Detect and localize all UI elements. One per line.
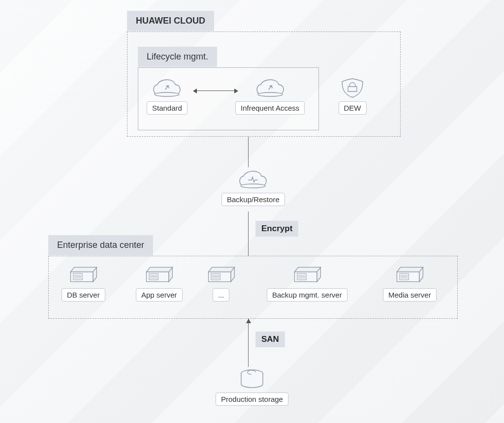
standard-label: Standard <box>147 101 188 115</box>
production-storage-label: Production storage <box>216 393 288 406</box>
app-server-label: App server <box>136 288 183 302</box>
connector-enterprise-to-storage <box>248 319 249 367</box>
enterprise-section-title: Enterprise data center <box>48 235 153 255</box>
backup-restore-label: Backup/Restore <box>221 193 285 206</box>
generic-server-node: ... <box>206 263 236 302</box>
server-icon <box>144 263 174 286</box>
infrequent-access-label: Infrequent Access <box>235 101 305 115</box>
cloud-section-title: HUAWEI CLOUD <box>127 11 214 31</box>
media-server-label: Media server <box>383 288 437 302</box>
shield-lock-icon <box>337 76 368 99</box>
ellipsis-label: ... <box>213 288 230 302</box>
dew-node: DEW <box>337 76 368 115</box>
database-cylinder-icon <box>237 367 267 391</box>
backup-mgmt-server-label: Backup mgmt. server <box>267 288 347 302</box>
app-server-node: App server <box>136 263 183 302</box>
lifecycle-section-title: Lifecycle mgmt. <box>138 47 217 67</box>
encrypt-edge-label: Encrypt <box>255 221 298 237</box>
cloud-storage-icon <box>255 76 285 99</box>
san-arrow-up-icon <box>246 319 251 323</box>
server-icon <box>292 263 322 286</box>
backup-mgmt-server-node: Backup mgmt. server <box>267 263 347 302</box>
cloud-storage-icon <box>152 76 182 99</box>
db-server-label: DB server <box>62 288 105 302</box>
infrequent-access-node: Infrequent Access <box>235 76 305 115</box>
cloud-activity-icon <box>238 167 268 191</box>
standard-node: Standard <box>147 76 188 115</box>
production-storage-node: Production storage <box>216 367 288 406</box>
media-server-node: Media server <box>383 263 437 302</box>
lifecycle-bidirectional-arrow-icon <box>193 88 238 94</box>
connector-cloud-to-backup <box>248 137 249 167</box>
connector-backup-to-enterprise <box>248 212 249 256</box>
dew-label: DEW <box>339 101 367 115</box>
backup-restore-node: Backup/Restore <box>221 167 285 206</box>
server-icon <box>394 263 425 286</box>
architecture-diagram: HUAWEI CLOUD Lifecycle mgmt. Enterprise … <box>0 0 504 423</box>
san-edge-label: SAN <box>255 332 285 347</box>
db-server-node: DB server <box>62 263 105 302</box>
server-icon <box>68 263 98 286</box>
server-icon <box>206 263 236 286</box>
